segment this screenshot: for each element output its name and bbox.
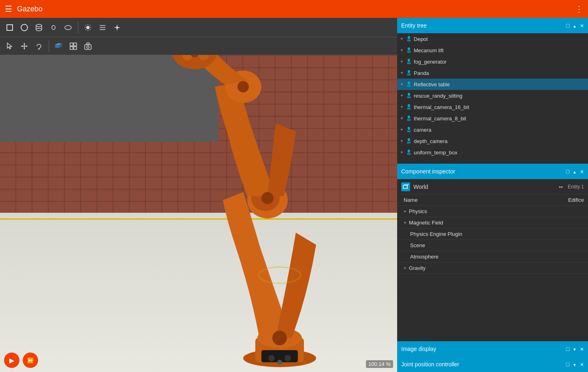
svg-point-7 — [65, 26, 71, 30]
component-inspector-panel: Component inspector World ▪▪ Entity 1 Na… — [397, 164, 588, 274]
tree-item-camera-label: camera — [414, 127, 431, 133]
comp-inspector-close-icon[interactable] — [580, 168, 584, 175]
joint-position-close-icon[interactable] — [580, 361, 584, 368]
tree-item-mecanum-label: Mecanum lift — [414, 47, 444, 53]
component-inspector-title: Component inspector — [401, 168, 455, 175]
entity-icon-fog — [406, 58, 412, 65]
lines-tool-button[interactable] — [96, 21, 109, 34]
svg-point-57 — [408, 36, 410, 38]
entity-tree-window-icon[interactable] — [566, 22, 569, 29]
tree-item-uniform-label: uniform_temp_box — [414, 150, 458, 156]
image-display-down-icon[interactable] — [573, 346, 577, 352]
tree-item-depth-camera[interactable]: + depth_camera — [397, 135, 588, 147]
tree-item-mecanum[interactable]: + Mecanum lift — [397, 45, 588, 56]
joint-position-down-icon[interactable] — [573, 361, 577, 368]
comp-inspector-up-icon[interactable] — [573, 168, 577, 175]
expand-depot-icon: + — [400, 36, 403, 42]
tree-item-rescue[interactable]: + rescue_randy_sitting — [397, 90, 588, 101]
move-tool-button[interactable] — [18, 40, 31, 53]
sparkle-tool-button[interactable] — [111, 21, 124, 34]
ellipsoid-tool-button[interactable] — [62, 21, 75, 34]
svg-marker-28 — [38, 48, 40, 49]
comp-physics-engine-label: Physics Engine Plugin — [410, 231, 584, 237]
joint-position-panel: Joint position controller — [397, 357, 588, 372]
tree-item-panda[interactable]: + Panda — [397, 67, 588, 79]
svg-marker-24 — [24, 43, 25, 45]
svg-line-14 — [90, 29, 91, 30]
tree-item-thermal8[interactable]: + thermal_camera_8_bit — [397, 113, 588, 124]
tree-item-depot[interactable]: + Depot — [397, 33, 588, 45]
entity-icon-thermal16 — [406, 104, 412, 110]
comp-atmosphere-row: Atmosphere — [397, 251, 588, 263]
svg-rect-34 — [70, 47, 73, 49]
sphere-tool-button[interactable] — [18, 21, 31, 34]
comp-name-value: Edifice — [568, 197, 584, 203]
image-display-close-icon[interactable] — [580, 346, 584, 352]
comp-magnetic-label: Magnetic Field — [409, 220, 584, 226]
svg-point-75 — [408, 70, 410, 73]
tree-item-camera[interactable]: + camera — [397, 124, 588, 135]
image-display-panel: Image display — [397, 341, 588, 357]
image-display-actions — [566, 346, 584, 352]
rotate-tool-button[interactable] — [32, 40, 45, 53]
joint-position-window-icon[interactable] — [566, 361, 569, 368]
comp-physics-row[interactable]: + Physics — [397, 206, 588, 217]
entity-tree-up-icon[interactable] — [573, 22, 577, 29]
expand-fog-icon: + — [400, 59, 403, 64]
entity-icon-camera — [406, 126, 412, 133]
sun-tool-button[interactable] — [81, 21, 94, 34]
svg-rect-29 — [55, 45, 59, 48]
svg-marker-21 — [7, 43, 12, 49]
cylinder-tool-button[interactable] — [32, 21, 45, 34]
svg-point-117 — [408, 150, 410, 152]
svg-rect-33 — [74, 43, 77, 46]
comp-inspector-window-icon[interactable] — [566, 168, 569, 175]
entity-tree-title: Entity tree — [401, 22, 427, 29]
tree-item-uniform-temp[interactable]: + uniform_temp_box — [397, 147, 588, 158]
camera-snapshot-button[interactable] — [81, 40, 94, 53]
tree-item-fog-label: fog_generator — [414, 59, 447, 65]
play-button[interactable]: ▶ — [4, 353, 19, 368]
tree-item-thermal16[interactable]: + thermal_camera_16_bit — [397, 101, 588, 113]
component-inspector-actions — [566, 168, 584, 175]
tree-item-fog[interactable]: + fog_generator — [397, 56, 588, 67]
more-options-icon[interactable]: ⋮ — [575, 4, 583, 14]
expand-mecanum-icon: + — [400, 47, 403, 53]
tree-item-rescue-label: rescue_randy_sitting — [414, 93, 462, 99]
svg-point-87 — [408, 93, 410, 95]
joint-position-header: Joint position controller — [397, 357, 588, 372]
svg-point-2 — [36, 24, 42, 27]
svg-line-15 — [90, 25, 91, 26]
top-bar: ☰ Gazebo ⋮ — [0, 0, 588, 18]
expand-thermal8-icon: + — [400, 115, 403, 121]
menu-icon[interactable]: ☰ — [5, 4, 12, 14]
svg-marker-38 — [87, 43, 89, 45]
play-controls: ▶ ⏩ — [4, 353, 38, 368]
fast-forward-button[interactable]: ⏩ — [23, 353, 38, 368]
tree-item-thermal16-label: thermal_camera_16_bit — [414, 104, 469, 110]
world-pause-icon[interactable]: ▪▪ — [559, 184, 563, 190]
svg-line-16 — [86, 29, 86, 30]
view-angle-button[interactable] — [52, 40, 65, 53]
svg-marker-27 — [26, 45, 28, 47]
entity-icon-mecanum — [406, 47, 412, 53]
3d-viewport[interactable]: 100.14 % ▶ ⏩ — [0, 18, 397, 372]
cursor-tool-button[interactable] — [3, 40, 16, 53]
comp-gravity-row[interactable]: + Gravity — [397, 263, 588, 274]
image-display-window-icon[interactable] — [566, 346, 569, 352]
entity-tree-body[interactable]: + Depot + — [397, 33, 588, 164]
svg-point-111 — [408, 138, 410, 141]
viewport-scene: 100.14 % ▶ ⏩ — [0, 18, 397, 372]
component-inspector-header: Component inspector — [397, 164, 588, 179]
comp-name-row: Name Edifice — [397, 195, 588, 206]
expand-gravity-icon: + — [404, 265, 406, 271]
entity-tree-close-icon[interactable] — [580, 22, 584, 29]
comp-magnetic-row[interactable]: + Magnetic Field — [397, 217, 588, 229]
grid-view-button[interactable] — [67, 40, 80, 53]
box-tool-button[interactable] — [3, 21, 16, 34]
right-panel: Entity tree + Depot — [397, 18, 588, 372]
entity-icon-thermal8 — [406, 115, 412, 122]
capsule-tool-button[interactable] — [47, 21, 60, 34]
tree-item-reflective[interactable]: + Reflective table — [397, 79, 588, 90]
world-cube-icon — [401, 182, 410, 191]
